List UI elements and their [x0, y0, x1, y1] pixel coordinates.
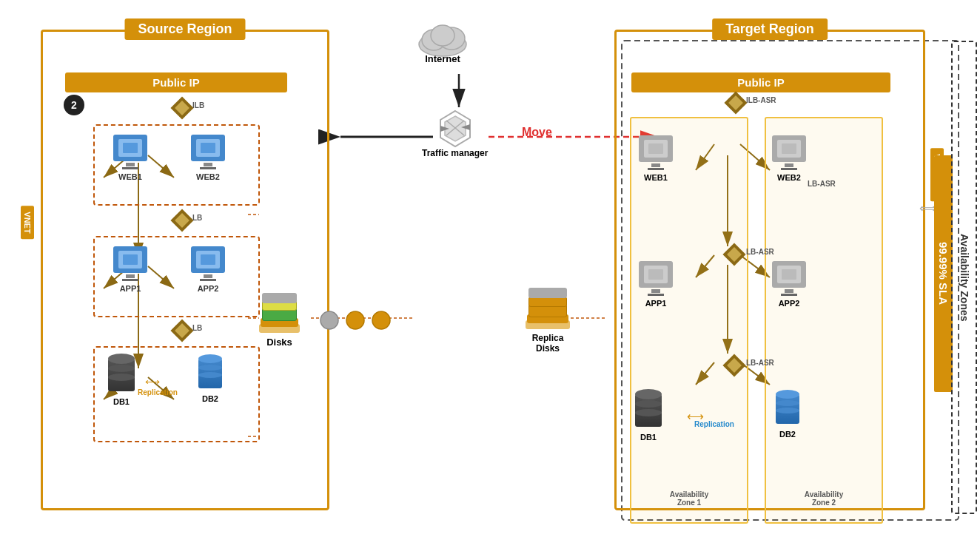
sla-label: 99.99% SLA [934, 155, 953, 392]
lb1-diamond-source [174, 212, 190, 229]
source-app-box: APP1 APP2 [93, 236, 260, 317]
traffic-manager-icon: Traffic manager [422, 107, 488, 160]
source-web2-vm: WEB2 [191, 135, 225, 181]
az2-label: AvailabilityZone 2 [776, 490, 872, 507]
target-web2-vm: WEB2 [772, 135, 806, 182]
move-label: Move [522, 126, 552, 139]
source-web-box: WEB1 WEB2 [93, 124, 260, 206]
disks-icon: Disks [259, 288, 300, 348]
source-db2: DB2 [198, 359, 222, 403]
target-region-label: Target Region [712, 18, 828, 40]
lb-asr1-label-pos: LB-ASR [808, 180, 836, 188]
lb2-diamond-source [174, 322, 190, 339]
target-db1: DB1 [635, 394, 662, 442]
lb2-label-source: LB [192, 324, 202, 332]
lb-asr2-diamond [726, 357, 742, 374]
source-region-label: Source Region [124, 18, 245, 40]
az1-label: AvailabilityZone 1 [645, 490, 734, 507]
target-db2: DB2 [776, 394, 799, 439]
source-db1: DB1 [108, 359, 135, 406]
svg-point-34 [372, 311, 390, 329]
ilb-asr-label: ILB-ASR [746, 96, 776, 104]
svg-point-32 [320, 311, 338, 329]
num-badge-2: 2 [64, 95, 84, 115]
svg-point-33 [346, 311, 364, 329]
ilb-label-source: ILB [192, 101, 204, 109]
diagram-container: Source Region VNET Public IP 2 ILB [0, 0, 980, 537]
target-replication-arrow: ⟷ [687, 409, 704, 423]
target-public-ip-bar: Public IP [631, 72, 890, 92]
ilb-asr-diamond [728, 95, 744, 111]
source-replication-arrow: ⟷ [145, 376, 160, 388]
replica-disks-label: Replica Disks [532, 333, 564, 354]
lb-asr1-text: LB-ASR [746, 248, 774, 256]
svg-point-38 [431, 25, 454, 46]
source-db-box: DB1 ⟷ Replication DB2 [93, 346, 260, 442]
vnet-label: VNET [21, 206, 34, 239]
lb1-label-source: LB [192, 214, 202, 222]
target-web1-vm: WEB1 [639, 135, 673, 182]
target-region-box: Target Region VNET-ASR ⟺ Public IP ILB-A… [614, 30, 925, 510]
lb-asr2-text: LB-ASR [746, 359, 774, 367]
source-replication-label: Replication [138, 388, 178, 396]
source-public-ip-bar: Public IP [65, 72, 287, 92]
source-region-box: Source Region VNET Public IP 2 ILB [41, 30, 329, 510]
source-app2-vm: APP2 [191, 246, 225, 293]
replica-disks-icon: Replica Disks [526, 281, 570, 354]
lb-asr1-diamond [726, 246, 742, 263]
target-app2-vm: APP2 [772, 261, 806, 308]
replication-dots [318, 309, 437, 334]
availability-zones-label: Availability Zones [951, 41, 977, 514]
source-web1-vm: WEB1 [113, 135, 147, 181]
internet-cloud: Internet [413, 16, 472, 64]
target-app1-vm: APP1 [639, 261, 673, 308]
ilb-diamond-source [174, 100, 190, 116]
source-app1-vm: APP1 [113, 246, 147, 293]
